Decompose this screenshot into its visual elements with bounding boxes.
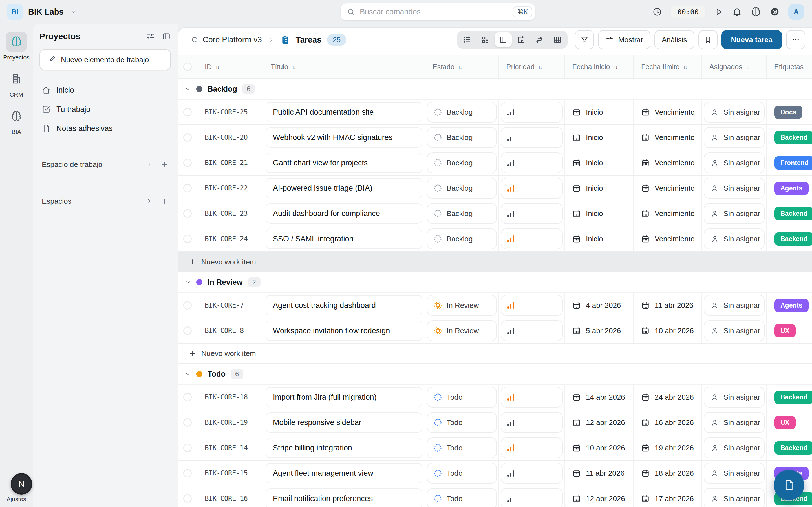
- priority-chip[interactable]: [501, 127, 563, 148]
- pages-floating-button[interactable]: [774, 470, 804, 500]
- priority-chip[interactable]: [501, 152, 563, 173]
- work-item-title[interactable]: Agent cost tracking dashboard: [266, 295, 422, 316]
- priority-chip[interactable]: [501, 488, 563, 507]
- work-item-title[interactable]: Stripe billing integration: [266, 438, 422, 458]
- bookmark-button[interactable]: [698, 30, 718, 49]
- row-checkbox[interactable]: [183, 418, 192, 427]
- column-header-fecha-limite[interactable]: Fecha límite: [634, 55, 702, 78]
- tag-pill[interactable]: Backend: [774, 391, 812, 404]
- row-checkbox[interactable]: [183, 393, 192, 401]
- table-view-icon[interactable]: [549, 33, 566, 47]
- tag-pill[interactable]: UX: [774, 416, 796, 429]
- rail-item-crm[interactable]: CRM: [0, 69, 33, 98]
- analytics-button[interactable]: Análisis: [654, 30, 695, 49]
- status-chip[interactable]: Backlog: [427, 152, 497, 173]
- work-item-title[interactable]: Gantt chart view for projects: [266, 153, 422, 173]
- due-date[interactable]: Vencimiento: [634, 133, 695, 142]
- group-header[interactable]: In Review 2: [178, 272, 812, 293]
- column-header-estado[interactable]: Estado: [425, 55, 499, 78]
- rail-item-bia[interactable]: BIA: [0, 106, 33, 135]
- timeline-view-icon[interactable]: [531, 33, 548, 47]
- chevron-down-icon[interactable]: [185, 86, 191, 93]
- table-row[interactable]: BIK-CORE-8 Workspace invitation flow red…: [178, 318, 812, 344]
- status-chip[interactable]: In Review: [427, 295, 497, 316]
- table-row[interactable]: BIK-CORE-22 AI-powered issue triage (BIA…: [178, 176, 812, 201]
- priority-chip[interactable]: [501, 178, 563, 199]
- start-date[interactable]: 14 abr 2026: [565, 393, 625, 402]
- column-header-fecha-inicio[interactable]: Fecha inicio: [565, 55, 634, 78]
- table-row[interactable]: BIK-CORE-19 Mobile responsive sidebar To…: [178, 410, 812, 436]
- column-header-titulo[interactable]: Título: [263, 55, 425, 78]
- assignee-chip[interactable]: Sin asignar: [704, 463, 765, 484]
- tag-pill[interactable]: Agents: [774, 182, 809, 195]
- rail-item-proyectos[interactable]: Proyectos: [0, 32, 33, 61]
- status-chip[interactable]: Backlog: [427, 203, 497, 224]
- new-work-item-row[interactable]: Nuevo work item: [178, 344, 812, 364]
- assignee-chip[interactable]: Sin asignar: [704, 203, 765, 224]
- status-chip[interactable]: In Review: [427, 320, 497, 341]
- priority-chip[interactable]: [501, 438, 563, 458]
- work-item-title[interactable]: Mobile responsive sidebar: [266, 412, 422, 433]
- list-view-icon[interactable]: [459, 33, 476, 47]
- start-date[interactable]: Inicio: [565, 235, 603, 243]
- section-espacios[interactable]: Espacios: [40, 191, 171, 211]
- priority-chip[interactable]: [501, 203, 563, 224]
- assignee-chip[interactable]: Sin asignar: [704, 387, 765, 407]
- new-task-button[interactable]: Nueva tarea: [721, 30, 782, 49]
- table-row[interactable]: BIK-CORE-15 Agent fleet management view …: [178, 461, 812, 486]
- status-chip[interactable]: Backlog: [427, 127, 497, 148]
- start-date[interactable]: Inicio: [565, 133, 603, 142]
- clock-icon[interactable]: [652, 7, 662, 17]
- work-item-title[interactable]: AI-powered issue triage (BIA): [266, 178, 422, 198]
- table-row[interactable]: BIK-CORE-25 Public API documentation sit…: [178, 100, 812, 125]
- priority-chip[interactable]: [501, 387, 563, 407]
- group-header[interactable]: Todo 6: [178, 364, 812, 385]
- column-header-etiquetas[interactable]: Etiquetas: [767, 55, 812, 78]
- priority-chip[interactable]: [501, 412, 563, 433]
- table-row[interactable]: BIK-CORE-18 Import from Jira (full migra…: [178, 385, 812, 410]
- due-date[interactable]: Vencimiento: [634, 159, 695, 167]
- row-checkbox[interactable]: [183, 184, 192, 192]
- due-date[interactable]: 19 abr 2026: [634, 444, 694, 452]
- work-item-title[interactable]: Import from Jira (full migration): [266, 387, 422, 407]
- due-date[interactable]: 16 abr 2026: [634, 418, 694, 427]
- row-checkbox[interactable]: [183, 209, 192, 218]
- select-all-checkbox[interactable]: [183, 62, 192, 71]
- tag-pill[interactable]: Frontend: [774, 156, 812, 170]
- start-date[interactable]: 5 abr 2026: [565, 327, 621, 335]
- timer-display[interactable]: 00:00: [671, 6, 705, 18]
- row-checkbox[interactable]: [183, 133, 192, 142]
- status-chip[interactable]: Backlog: [427, 178, 497, 199]
- row-checkbox[interactable]: [183, 108, 192, 116]
- tag-pill[interactable]: Agents: [774, 299, 809, 312]
- row-checkbox[interactable]: [183, 444, 192, 452]
- calendar-view-icon[interactable]: [513, 33, 530, 47]
- tag-pill[interactable]: Backend: [774, 441, 812, 455]
- start-date[interactable]: Inicio: [565, 108, 603, 117]
- work-item-title[interactable]: Audit dashboard for compliance: [266, 203, 422, 224]
- status-chip[interactable]: Todo: [427, 463, 497, 484]
- start-date[interactable]: 4 abr 2026: [565, 301, 621, 310]
- status-chip[interactable]: Todo: [427, 438, 497, 458]
- table-row[interactable]: BIK-CORE-16 Email notification preferenc…: [178, 486, 812, 507]
- column-header-prioridad[interactable]: Prioridad: [499, 55, 565, 78]
- assignee-chip[interactable]: Sin asignar: [704, 412, 765, 433]
- due-date[interactable]: 10 abr 2026: [634, 327, 694, 335]
- due-date[interactable]: Vencimiento: [634, 184, 695, 193]
- status-chip[interactable]: Todo: [427, 412, 497, 433]
- project-initial[interactable]: C: [192, 36, 197, 44]
- work-item-title[interactable]: Public API documentation site: [266, 102, 422, 122]
- assignee-chip[interactable]: Sin asignar: [704, 320, 765, 341]
- panel-toggle-icon[interactable]: [162, 32, 171, 41]
- bell-icon[interactable]: [732, 7, 742, 17]
- table-row[interactable]: BIK-CORE-14 Stripe billing integration T…: [178, 436, 812, 461]
- work-item-title[interactable]: Agent fleet management view: [266, 463, 422, 483]
- assignee-chip[interactable]: Sin asignar: [704, 295, 765, 316]
- notification-avatar[interactable]: N: [11, 473, 32, 495]
- row-checkbox[interactable]: [183, 327, 192, 335]
- assignee-chip[interactable]: Sin asignar: [704, 488, 765, 507]
- chevron-right-icon[interactable]: [146, 161, 153, 168]
- work-item-title[interactable]: SSO / SAML integration: [266, 229, 422, 249]
- tag-pill[interactable]: Backend: [774, 131, 812, 144]
- brain-icon[interactable]: [751, 6, 761, 17]
